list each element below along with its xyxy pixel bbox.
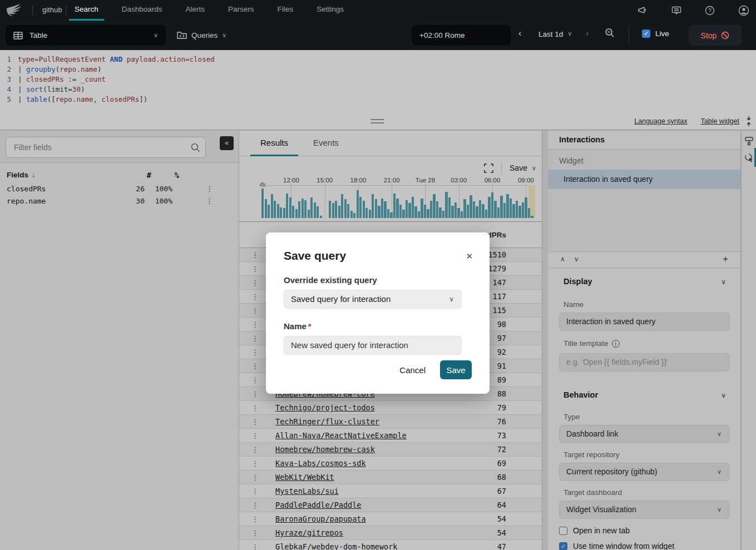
live-toggle[interactable]: ✓ Live xyxy=(642,29,669,38)
live-label: Live xyxy=(655,29,669,38)
override-query-label: Override existing query xyxy=(284,275,472,285)
override-query-value: Saved query for interaction xyxy=(291,294,391,304)
chevron-down-icon: ∨ xyxy=(222,32,226,39)
nav-tab-alerts[interactable]: Alerts xyxy=(186,0,205,21)
query-name-label: Name* xyxy=(284,321,472,331)
zoom-out-icon[interactable] xyxy=(604,27,615,38)
live-checkbox[interactable]: ✓ xyxy=(642,29,650,38)
chevron-down-icon: ∨ xyxy=(449,290,454,308)
save-button[interactable]: Save xyxy=(440,360,472,379)
view-selector-label: Table xyxy=(29,31,47,39)
stop-label: Stop xyxy=(701,31,717,40)
cancel-button[interactable]: Cancel xyxy=(399,365,426,375)
required-marker: * xyxy=(308,321,312,331)
override-query-select[interactable]: Saved query for interaction ∨ xyxy=(284,290,462,309)
account-icon[interactable] xyxy=(738,5,749,16)
nav-divider xyxy=(66,6,66,15)
megaphone-icon[interactable] xyxy=(638,6,648,15)
chevron-down-icon: ∨ xyxy=(154,32,158,39)
nav-tab-files[interactable]: Files xyxy=(278,0,294,21)
view-selector[interactable]: Table ∨ xyxy=(6,25,166,46)
time-range-label: Last 1d xyxy=(538,30,563,38)
chevron-down-icon: ∨ xyxy=(567,30,572,38)
timezone-label: +02:00 Rome xyxy=(419,31,465,39)
svg-text:?: ? xyxy=(708,7,711,13)
nav-tab-search[interactable]: Search xyxy=(75,0,98,21)
time-range-selector[interactable]: Last 1d ∨ xyxy=(538,30,572,38)
feedback-icon[interactable] xyxy=(671,6,681,15)
help-icon[interactable]: ? xyxy=(705,6,715,16)
modal-title: Save query xyxy=(284,249,472,262)
queries-folder-icon xyxy=(177,31,187,39)
nav-tab-settings[interactable]: Settings xyxy=(317,0,344,21)
query-toolbar: Table ∨ Queries ∨ +02:00 Rome ‹ Last 1d … xyxy=(0,21,756,50)
timezone-selector[interactable]: +02:00 Rome xyxy=(412,25,511,46)
nav-divider xyxy=(32,6,33,15)
time-range-next-button[interactable]: › xyxy=(586,28,589,38)
queries-button[interactable]: Queries ∨ xyxy=(177,25,226,46)
toolbar-divider xyxy=(629,26,629,44)
crowdstrike-falcon-logo[interactable] xyxy=(6,3,27,17)
table-icon xyxy=(13,32,23,39)
top-nav: github SearchDashboardsAlertsParsersFile… xyxy=(0,0,756,21)
save-query-modal: Save query ✕ Override existing query Sav… xyxy=(266,232,490,394)
repo-name[interactable]: github xyxy=(42,6,62,14)
nav-tab-parsers[interactable]: Parsers xyxy=(228,0,254,21)
stop-slash-icon xyxy=(721,31,729,39)
close-icon[interactable]: ✕ xyxy=(466,251,473,261)
nav-tabs: SearchDashboardsAlertsParsersFilesSettin… xyxy=(75,0,344,21)
time-range-prev-button[interactable]: ‹ xyxy=(518,28,521,38)
nav-tab-dashboards[interactable]: Dashboards xyxy=(122,0,162,21)
stop-button[interactable]: Stop xyxy=(689,25,742,46)
queries-label: Queries xyxy=(191,31,218,39)
query-name-input[interactable]: New saved query for interaction xyxy=(284,336,462,355)
